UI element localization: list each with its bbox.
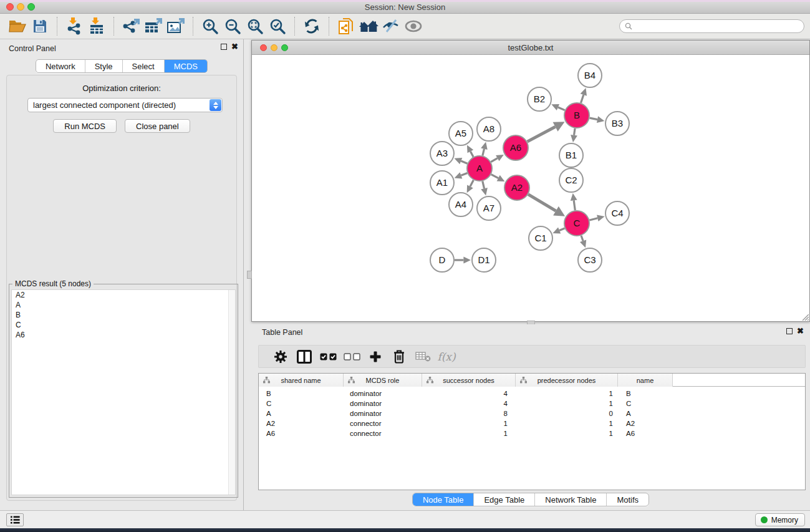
refresh-layout-icon[interactable] (301, 16, 323, 37)
node-A2[interactable]: A2 (504, 175, 529, 200)
export-image-icon[interactable] (165, 16, 187, 37)
search-input[interactable] (635, 22, 804, 31)
table-row[interactable]: Bdominator41B (259, 389, 805, 399)
edge-A-A6[interactable] (491, 158, 498, 162)
column-header-name[interactable]: name (618, 374, 673, 387)
export-network-icon[interactable] (120, 16, 142, 37)
table-row[interactable]: Cdominator41C (259, 399, 805, 409)
import-table-icon[interactable] (85, 16, 108, 37)
edge-A-A3[interactable] (461, 161, 467, 163)
criterion-select[interactable]: largest connected component (directed) (27, 98, 223, 112)
node-B4[interactable]: B4 (578, 64, 602, 87)
node-B1[interactable]: B1 (559, 143, 583, 167)
delete-table-icon[interactable] (411, 347, 435, 366)
tab-node-table[interactable]: Node Table (413, 493, 474, 506)
node-A5[interactable]: A5 (449, 122, 473, 145)
search-field[interactable] (619, 19, 804, 33)
edge-B-B1[interactable] (574, 128, 576, 135)
table-row[interactable]: Adominator80A (259, 409, 805, 418)
mcds-result-list[interactable]: A2ABCA6 (11, 289, 236, 495)
tab-mcds[interactable]: MCDS (164, 60, 207, 72)
node-A1[interactable]: A1 (430, 171, 454, 195)
export-table-icon[interactable] (142, 16, 165, 37)
show-graphics-details-icon[interactable] (402, 16, 425, 37)
tab-edge-table[interactable]: Edge Table (473, 493, 534, 506)
close-panel-button[interactable]: Close panel (125, 119, 190, 133)
network-from-selection-icon[interactable] (335, 16, 357, 37)
vertical-split-handle[interactable] (247, 271, 252, 279)
memory-button[interactable]: Memory (755, 513, 805, 526)
column-header-predecessor-nodes[interactable]: predecessor nodes (516, 374, 618, 387)
table-row[interactable]: A2connector11A2 (259, 418, 805, 428)
node-C3[interactable]: C3 (578, 248, 602, 272)
node-D[interactable]: D (430, 248, 454, 272)
save-session-icon[interactable] (29, 16, 51, 37)
scrollbar-track[interactable] (228, 290, 235, 495)
node-A8[interactable]: A8 (477, 117, 501, 141)
node-C1[interactable]: C1 (529, 226, 552, 250)
zoom-selected-icon[interactable] (266, 16, 289, 37)
hide-graphics-details-icon[interactable] (380, 16, 402, 37)
edge-A-A7[interactable] (483, 181, 485, 188)
column-header-MCDS-role[interactable]: MCDS role (344, 374, 422, 387)
select-all-columns-icon[interactable] (316, 347, 340, 366)
edge-B-B3[interactable] (590, 118, 597, 119)
import-network-icon[interactable] (63, 16, 85, 37)
node-C2[interactable]: C2 (559, 168, 583, 192)
node-B3[interactable]: B3 (605, 112, 629, 135)
toggle-column-view-icon[interactable] (292, 347, 316, 366)
edge-C-C2[interactable] (574, 200, 575, 210)
node-A4[interactable]: A4 (449, 193, 473, 216)
zoom-in-icon[interactable] (199, 16, 221, 37)
mcds-result-item[interactable]: B (12, 310, 235, 320)
function-builder-icon[interactable]: f(x) (435, 347, 458, 366)
tab-network[interactable]: Network (36, 60, 85, 72)
node-C[interactable]: C (564, 211, 589, 236)
edge-A-A8[interactable] (483, 149, 485, 156)
edge-A2-C[interactable] (528, 195, 556, 211)
node-A6[interactable]: A6 (503, 135, 528, 160)
task-history-button[interactable] (6, 513, 24, 526)
resize-grip-icon[interactable] (801, 313, 809, 321)
network-graph[interactable]: AA1A2A3A4A5A6A7A8BB1B2B3B4CC1C2C3C4DD1 (252, 56, 809, 321)
node-B[interactable]: B (564, 103, 589, 128)
close-table-panel-icon[interactable]: ✖ (797, 328, 804, 334)
table-row[interactable]: A6connector11A6 (259, 428, 805, 438)
network-canvas[interactable]: AA1A2A3A4A5A6A7A8BB1B2B3B4CC1C2C3C4DD1 (252, 56, 809, 321)
float-table-panel-icon[interactable] (786, 328, 793, 334)
zoom-fit-icon[interactable] (244, 16, 266, 37)
node-B2[interactable]: B2 (528, 87, 551, 111)
edge-A-A1[interactable] (461, 173, 467, 176)
tab-select[interactable]: Select (122, 60, 164, 72)
run-mcds-button[interactable]: Run MCDS (53, 119, 117, 133)
node-A7[interactable]: A7 (477, 196, 501, 220)
edge-B-B2[interactable] (558, 107, 565, 110)
tab-style[interactable]: Style (85, 60, 122, 72)
edge-A-A5[interactable] (470, 152, 473, 157)
edge-C-C4[interactable] (589, 218, 597, 220)
mcds-result-item[interactable]: C (12, 320, 235, 330)
tab-motifs[interactable]: Motifs (606, 493, 648, 506)
table-options-gear-icon[interactable] (269, 347, 292, 366)
node-A[interactable]: A (467, 156, 492, 181)
edge-A-A4[interactable] (470, 180, 473, 186)
home-icon[interactable] (357, 16, 380, 37)
open-file-icon[interactable] (6, 16, 29, 37)
unselect-all-columns-icon[interactable] (340, 347, 364, 366)
zoom-out-icon[interactable] (221, 16, 244, 37)
add-column-icon[interactable] (364, 347, 387, 366)
float-panel-icon[interactable] (221, 44, 227, 50)
node-A3[interactable]: A3 (430, 142, 454, 165)
mcds-result-item[interactable]: A2 (12, 290, 235, 300)
column-header-successor-nodes[interactable]: successor nodes (422, 374, 516, 387)
node-C4[interactable]: C4 (605, 201, 629, 225)
mcds-result-item[interactable]: A (12, 300, 235, 310)
delete-column-trash-icon[interactable] (387, 347, 411, 366)
edge-C-C3[interactable] (581, 236, 583, 241)
edge-C-C1[interactable] (559, 228, 564, 231)
edge-B-B4[interactable] (581, 95, 584, 103)
edge-A6-B[interactable] (528, 127, 556, 142)
tab-network-table[interactable]: Network Table (534, 493, 606, 506)
mcds-result-item[interactable]: A6 (12, 330, 235, 340)
node-D1[interactable]: D1 (472, 248, 496, 272)
